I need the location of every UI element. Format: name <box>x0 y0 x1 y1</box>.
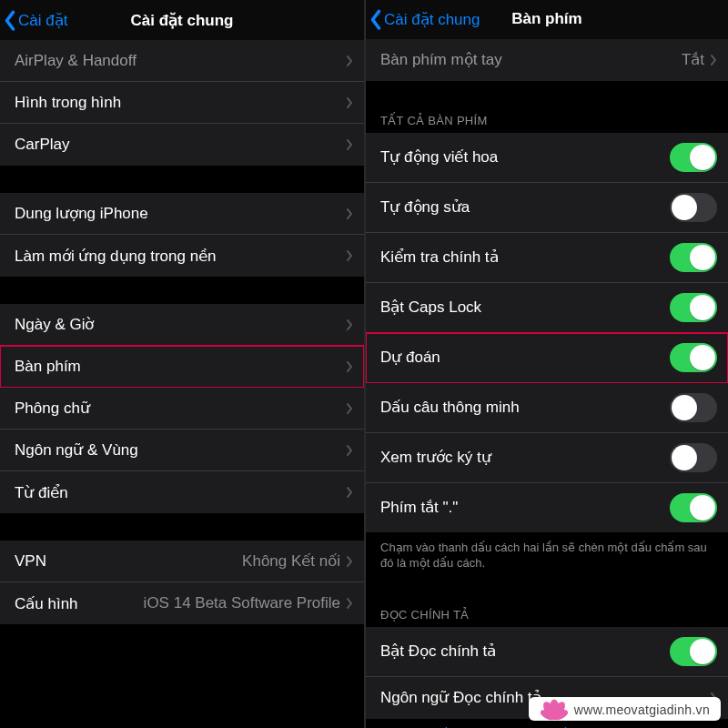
settings-toggle-row[interactable]: Tự động viết hoa <box>366 133 728 183</box>
toggle-knob <box>690 245 715 270</box>
nav-back-label: Cài đặt chung <box>384 10 480 29</box>
settings-nav-row[interactable]: Cấu hìnhiOS 14 Beta Software Profile <box>0 582 364 624</box>
row-label: Xem trước ký tự <box>380 448 670 467</box>
row-label: Bàn phím <box>15 358 346 376</box>
chevron-left-icon <box>369 9 382 29</box>
cell-list: Tự động viết hoaTự động sửaKiểm tra chín… <box>366 133 728 532</box>
row-label: Làm mới ứng dụng trong nền <box>15 247 346 266</box>
settings-nav-row[interactable]: Hình trong hình <box>0 82 364 124</box>
settings-toggle-row[interactable]: Dự đoán <box>366 333 728 383</box>
toggle-knob <box>690 295 715 320</box>
settings-toggle-row[interactable]: Dấu câu thông minh <box>366 383 728 433</box>
settings-nav-row[interactable]: Ngày & Giờ <box>0 304 364 346</box>
row-label: Bật Caps Lock <box>380 298 670 317</box>
chevron-right-icon <box>346 444 353 457</box>
settings-nav-row[interactable]: Phông chữ <box>0 388 364 430</box>
row-label: CarPlay <box>15 136 346 154</box>
chevron-right-icon <box>346 207 353 220</box>
settings-nav-row[interactable]: VPNKhông Kết nối <box>0 541 364 582</box>
settings-toggle-row[interactable]: Bật Đọc chính tả <box>366 627 728 677</box>
chevron-right-icon <box>346 138 353 151</box>
settings-group: AirPlay & HandoffHình trong hìnhCarPlay <box>0 40 364 166</box>
chevron-right-icon <box>346 96 353 109</box>
row-label: Bàn phím một tay <box>380 50 682 69</box>
toggle-switch[interactable] <box>670 443 717 472</box>
row-label: Tự động viết hoa <box>380 147 670 167</box>
row-label: Tự động sửa <box>380 197 670 217</box>
row-label: Ngôn ngữ & Vùng <box>15 440 346 460</box>
settings-nav-row[interactable]: Từ điển <box>0 471 364 513</box>
settings-group: VPNKhông Kết nốiCấu hìnhiOS 14 Beta Soft… <box>0 541 364 624</box>
toggle-switch[interactable] <box>670 343 717 372</box>
settings-toggle-row[interactable]: Bật Caps Lock <box>366 283 728 333</box>
toggle-knob <box>672 395 697 420</box>
cell-list: Ngày & GiờBàn phímPhông chữNgôn ngữ & Vù… <box>0 304 364 513</box>
chevron-right-icon <box>346 318 353 331</box>
chevron-right-icon <box>346 360 353 373</box>
nav-back-button[interactable]: Cài đặt <box>0 10 67 30</box>
row-label: Bật Đọc chính tả <box>380 642 670 661</box>
toggle-switch[interactable] <box>670 193 717 222</box>
row-label: Phím tắt "." <box>380 498 670 517</box>
toggle-switch[interactable] <box>670 393 717 422</box>
settings-toggle-row[interactable]: Kiểm tra chính tả <box>366 233 728 283</box>
chevron-right-icon <box>346 402 353 415</box>
settings-nav-row[interactable]: Bàn phím một tayTắt <box>366 39 728 81</box>
settings-nav-row[interactable]: CarPlay <box>0 124 364 166</box>
settings-nav-row[interactable]: Bàn phím <box>0 346 364 388</box>
settings-nav-row[interactable]: Ngôn ngữ & Vùng <box>0 430 364 471</box>
nav-back-button[interactable]: Cài đặt chung <box>366 9 480 29</box>
navbar: Cài đặtCài đặt chung <box>0 0 364 40</box>
cell-list: Bàn phím một tayTắt <box>366 39 728 81</box>
chevron-right-icon <box>346 555 353 568</box>
settings-toggle-row[interactable]: Xem trước ký tự <box>366 433 728 483</box>
toggle-switch[interactable] <box>670 293 717 322</box>
settings-group: Ngày & GiờBàn phímPhông chữNgôn ngữ & Vù… <box>0 304 364 513</box>
toggle-knob <box>690 639 715 664</box>
row-label: Phông chữ <box>15 399 346 418</box>
row-label: VPN <box>15 552 242 571</box>
chevron-right-icon <box>346 486 353 499</box>
chevron-right-icon <box>346 55 353 67</box>
watermark-text: www.meovatgiadinh.vn <box>574 703 710 717</box>
cell-list: Dung lượng iPhoneLàm mới ứng dụng trong … <box>0 193 364 277</box>
chevron-left-icon <box>4 10 16 30</box>
cell-list: AirPlay & HandoffHình trong hìnhCarPlay <box>0 40 364 166</box>
row-label: AirPlay & Handoff <box>15 52 346 70</box>
settings-list[interactable]: Bàn phím một tayTắtTẤT CẢ BÀN PHÍMTự độn… <box>366 39 728 728</box>
toggle-knob <box>690 345 715 370</box>
group-header: TẤT CẢ BÀN PHÍM <box>366 108 728 133</box>
settings-list[interactable]: AirPlay & HandoffHình trong hìnhCarPlayD… <box>0 40 364 728</box>
row-label: Kiểm tra chính tả <box>380 248 670 267</box>
toggle-switch[interactable] <box>670 143 717 172</box>
group-footer: Chạm vào thanh dấu cách hai lần sẽ chèn … <box>366 532 728 575</box>
toggle-switch[interactable] <box>670 493 717 522</box>
toggle-knob <box>690 495 715 521</box>
row-label: Từ điển <box>15 483 346 502</box>
row-label: Ngày & Giờ <box>15 315 346 334</box>
lotus-icon <box>534 684 574 724</box>
settings-nav-row[interactable]: AirPlay & Handoff <box>0 40 364 82</box>
toggle-knob <box>672 445 697 470</box>
settings-nav-row[interactable]: Làm mới ứng dụng trong nền <box>0 235 364 277</box>
row-label: Dung lượng iPhone <box>15 204 346 223</box>
nav-back-label: Cài đặt <box>18 11 67 30</box>
settings-toggle-row[interactable]: Tự động sửa <box>366 183 728 233</box>
chevron-right-icon <box>346 597 353 610</box>
chevron-right-icon <box>346 249 353 262</box>
settings-group: Bàn phím một tayTắt <box>366 39 728 81</box>
settings-toggle-row[interactable]: Phím tắt "." <box>366 483 728 532</box>
settings-group: Dung lượng iPhoneLàm mới ứng dụng trong … <box>0 193 364 277</box>
toggle-switch[interactable] <box>670 243 717 272</box>
row-label: Dấu câu thông minh <box>380 398 670 417</box>
settings-nav-row[interactable]: Dung lượng iPhone <box>0 193 364 235</box>
chevron-right-icon <box>710 54 717 66</box>
row-value: iOS 14 Beta Software Profile <box>144 594 340 612</box>
row-label: Dự đoán <box>380 348 670 367</box>
group-header: ĐỌC CHÍNH TẢ <box>366 602 728 627</box>
watermark-badge: www.meovatgiadinh.vn <box>529 697 721 721</box>
toggle-switch[interactable] <box>670 637 717 666</box>
row-label: Cấu hình <box>15 594 144 613</box>
row-value: Tắt <box>682 50 704 69</box>
row-value: Không Kết nối <box>242 551 340 571</box>
